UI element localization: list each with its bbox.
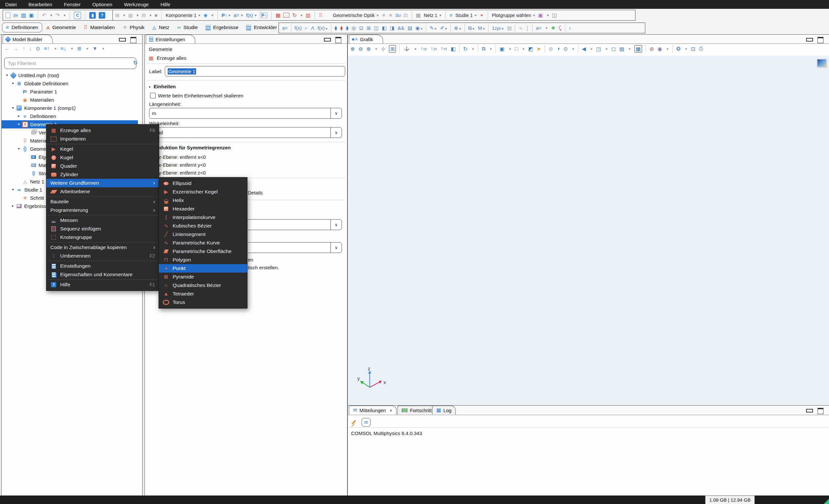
copy-dropdown-icon[interactable]: ∨ xyxy=(490,47,492,50)
graphics-canvas[interactable]: z y x xyxy=(348,56,829,406)
plot-window-icon[interactable] xyxy=(817,59,827,67)
copy-graphics-icon[interactable]: ⧉ xyxy=(482,46,485,51)
view-dropdown-icon[interactable]: ∨ xyxy=(414,47,417,50)
parameters-button[interactable]: Pi∨ xyxy=(222,13,231,18)
new-file-icon[interactable] xyxy=(6,12,10,18)
select-dropdown-icon[interactable]: ∨ xyxy=(509,47,511,50)
filter-dropdown-icon[interactable]: ∨ xyxy=(102,47,104,50)
menu-fenster[interactable]: Fenster xyxy=(64,2,81,7)
functions-button[interactable]: f(x)∨ xyxy=(246,13,257,18)
tree-item-definitionen[interactable]: ▸≡Definitionen xyxy=(2,112,138,120)
zoom-extents-all-icon[interactable]: ⊞ xyxy=(389,45,396,52)
save-icon[interactable]: ▣ xyxy=(29,12,34,18)
import-physics-icon[interactable]: ⊡ xyxy=(404,13,408,18)
submenu-item-liniensegment[interactable]: ╱Liniensegment xyxy=(159,230,247,239)
redo-icon[interactable]: ↷ xyxy=(55,12,60,18)
menu-item-knotengruppe[interactable]: Knotengruppe xyxy=(46,233,159,242)
print-icon[interactable]: ⎙ xyxy=(699,46,703,51)
submenu-item-parametrische-kurve[interactable]: ∿Parametrische Kurve xyxy=(159,239,247,247)
more-functions-icon[interactable]: f(x)∨ xyxy=(318,25,328,31)
submenu-item-quadratisches-bezier[interactable]: ∩Quadratisches Bézier xyxy=(159,281,247,290)
variable-utilities-dropdown-icon[interactable]: ∨ xyxy=(545,27,547,29)
label-input[interactable]: Geometrie 1 xyxy=(165,66,345,76)
rotate-dropdown-icon[interactable]: ∨ xyxy=(472,47,474,50)
insert-node-icon[interactable]: ⊟ xyxy=(142,13,146,18)
tab-definitionen[interactable]: ≡Definitionen xyxy=(2,23,42,32)
menu-item-zylinder[interactable]: Zylinder xyxy=(46,170,159,179)
symmetry-section-header[interactable]: ▼Reduktion für Symmetriegrenzen xyxy=(148,145,231,150)
expander-icon[interactable]: ▾ xyxy=(4,74,10,77)
intersection-selection-icon[interactable]: ◧ xyxy=(382,25,386,31)
view-xy-icon[interactable]: ↑xy xyxy=(420,46,427,51)
dependent-variable-icon[interactable]: Δu xyxy=(396,13,401,17)
view-unhidden-dropdown-icon[interactable]: ∨ xyxy=(572,47,574,50)
scale-values-checkbox[interactable] xyxy=(150,93,155,98)
update-solution-icon[interactable]: ❖ xyxy=(551,25,555,31)
submenu-item-ellipsoid[interactable]: Ellipsoid xyxy=(159,179,247,188)
model-tree-nodes-dropdown-icon[interactable]: ∨ xyxy=(86,47,88,50)
settings-tab[interactable]: Einstellungen xyxy=(146,35,195,43)
selection-list-icon[interactable]: ▤ xyxy=(408,25,412,31)
expander-icon[interactable]: ▸ xyxy=(10,204,16,208)
submenu-item-punkt[interactable]: Punkt xyxy=(159,264,247,273)
scene-light-dropdown-icon[interactable]: ∨ xyxy=(590,47,592,50)
disable-auto-plot-icon[interactable]: ⊘ xyxy=(650,46,654,52)
screenshot-icon[interactable]: ⊡ xyxy=(691,46,695,52)
units-section-header[interactable]: ▼Einheiten xyxy=(148,84,176,89)
image-view-icon[interactable]: ▤ xyxy=(619,46,624,52)
pointer-icon[interactable]: ➤ xyxy=(537,46,541,52)
maximize-button[interactable] xyxy=(818,408,823,414)
select-entities-icon[interactable]: ◩ xyxy=(528,46,533,52)
zoom-out-icon[interactable]: ⊖ xyxy=(358,46,363,52)
zoom-box-dropdown-icon[interactable]: ∨ xyxy=(375,47,377,50)
menu-item-eigenschaften[interactable]: Eigenschaften und Kommentare xyxy=(46,270,159,279)
log-tab[interactable]: ▦ Log xyxy=(432,406,456,415)
tab-physik[interactable]: ✳Physik xyxy=(119,23,148,32)
add-plot-icon[interactable]: ◫ xyxy=(552,12,557,18)
hide-icon[interactable]: ⊘ xyxy=(548,46,553,52)
menu-item-umbenennen[interactable]: ⌶UmbenennenF2 xyxy=(46,252,159,260)
copy-as-code-icon[interactable]: C xyxy=(74,12,81,19)
insert-node-dropdown-icon[interactable]: ∨ xyxy=(149,14,152,16)
view-icon[interactable]: 1zyx∨ xyxy=(492,25,504,31)
mesh-selector[interactable]: Netz 1∨ xyxy=(424,13,441,18)
expander-icon[interactable]: ▾ xyxy=(16,147,22,151)
ball-selection-icon[interactable]: ◎ xyxy=(352,25,356,31)
union-selection-icon[interactable]: ◫ xyxy=(374,25,379,31)
build-all-button[interactable]: ▦ Erzeuge alles xyxy=(149,55,186,61)
menu-item-hilfe[interactable]: ?HilfeF1 xyxy=(46,281,159,289)
select-box-icon[interactable]: ▣ xyxy=(500,46,504,52)
nonlocal-coupling-icon[interactable]: ✐∨ xyxy=(440,25,447,31)
menu-item-erzeuge-alles[interactable]: ▦Erzeuge allesF8 xyxy=(46,126,159,135)
box-selection-icon[interactable]: ⊡ xyxy=(359,25,363,31)
mesh-icon[interactable]: ▦ xyxy=(416,12,421,18)
submenu-item-parametrische-oberflaeche[interactable]: Parametrische Oberfläche xyxy=(159,247,247,256)
import-icon[interactable]: ← xyxy=(283,13,289,17)
coordinate-system-icon[interactable]: ⊕∨ xyxy=(454,25,461,31)
plot-while-solving-icon[interactable]: ∿ xyxy=(518,25,523,31)
expander-icon[interactable]: ▾ xyxy=(16,122,22,126)
menu-item-messen[interactable]: ↔Messen xyxy=(46,216,159,224)
component-dropdown-icon[interactable]: ∨ xyxy=(211,14,213,16)
menu-item-bauteile[interactable]: Bauteile› xyxy=(46,197,159,206)
skybox-icon[interactable]: ◻ xyxy=(611,46,616,52)
menu-werkzeuge[interactable]: Werkzeuge xyxy=(124,2,149,7)
tree-item-parameter-1[interactable]: PiParameter 1 xyxy=(2,87,138,96)
submenu-item-hexaeder[interactable]: Hexaeder xyxy=(159,205,247,213)
default-view-icon[interactable] xyxy=(403,45,410,52)
build-mesh-icon[interactable]: ▥ xyxy=(305,12,311,18)
menu-item-kegel[interactable]: ▶Kegel xyxy=(46,145,159,153)
probe-plot-icon[interactable]: ⌠ xyxy=(526,25,529,31)
transparency-icon[interactable]: ◑ xyxy=(557,46,560,51)
menu-bearbeiten[interactable]: Bearbeiten xyxy=(29,2,52,7)
deselect-dropdown-icon[interactable]: ∨ xyxy=(522,47,524,50)
move-up-icon[interactable]: ↑ xyxy=(23,46,25,51)
view-yz-icon[interactable]: ↑yz xyxy=(431,46,437,51)
model-tree-nodes-icon[interactable]: ≣ xyxy=(77,45,81,51)
add-node-icon[interactable]: ▤ xyxy=(128,13,133,18)
moving-mesh-icon[interactable]: M∨ xyxy=(478,25,485,31)
undo-icon[interactable]: ↶ xyxy=(42,12,46,18)
menu-datei[interactable]: Datei xyxy=(5,2,17,7)
maximize-button[interactable] xyxy=(818,37,823,43)
model-builder-tab[interactable]: Model Builder xyxy=(3,35,52,43)
